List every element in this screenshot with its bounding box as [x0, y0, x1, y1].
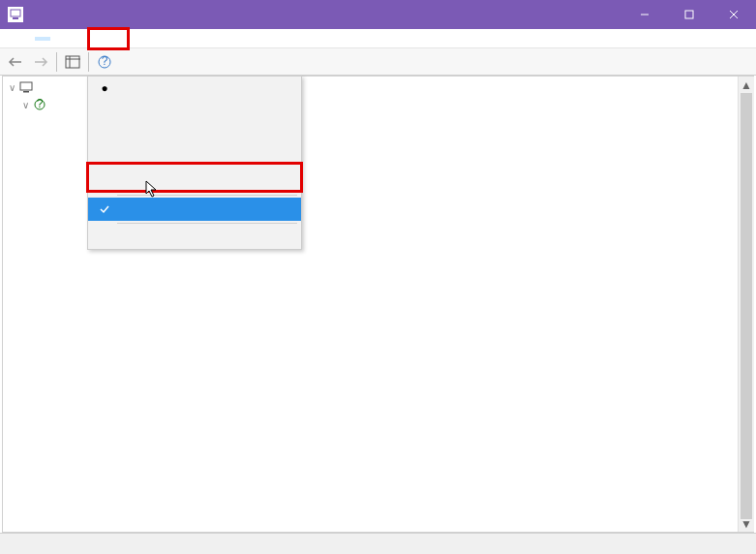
- vertical-scrollbar[interactable]: ▲ ▼: [738, 77, 754, 532]
- scroll-down-button[interactable]: ▼: [739, 515, 754, 532]
- svg-rect-12: [23, 91, 29, 93]
- menu-separator: [117, 195, 297, 196]
- computer-icon: [18, 79, 34, 95]
- svg-rect-0: [11, 10, 20, 16]
- menu-devices-by-connection[interactable]: [88, 100, 301, 123]
- svg-rect-11: [20, 82, 32, 90]
- check-icon: [94, 203, 115, 215]
- toolbar-separator: [56, 52, 57, 72]
- collapse-icon[interactable]: ∨: [5, 82, 18, 93]
- svg-text:?: ?: [37, 98, 44, 110]
- menu-separator: [117, 223, 297, 224]
- menu-help[interactable]: [50, 37, 66, 41]
- svg-rect-3: [685, 11, 693, 18]
- toolbar: ?: [0, 48, 756, 76]
- menu-devices-by-type[interactable]: ●: [88, 77, 301, 100]
- back-button[interactable]: [4, 51, 27, 73]
- show-hide-tree-button[interactable]: [61, 51, 84, 73]
- menu-action[interactable]: [19, 37, 35, 41]
- menu-show-hidden-devices[interactable]: [88, 198, 301, 221]
- svg-rect-6: [66, 56, 79, 68]
- menu-resources-by-connection[interactable]: [88, 169, 301, 193]
- view-dropdown: ●: [87, 76, 302, 250]
- menu-view[interactable]: [35, 37, 50, 41]
- toolbar-separator: [88, 52, 89, 72]
- menu-devices-by-container[interactable]: [88, 123, 301, 146]
- svg-text:?: ?: [102, 55, 108, 68]
- minimize-button[interactable]: [622, 0, 667, 29]
- other-devices-icon: ?: [32, 97, 47, 112]
- menubar: [0, 29, 756, 48]
- maximize-button[interactable]: [667, 0, 711, 29]
- menu-customize[interactable]: [88, 226, 301, 249]
- bullet-icon: ●: [94, 81, 115, 95]
- menu-file[interactable]: [4, 37, 19, 41]
- close-button[interactable]: [711, 0, 756, 29]
- menu-resources-by-type[interactable]: [88, 146, 301, 169]
- svg-rect-1: [13, 17, 18, 19]
- titlebar: [0, 0, 756, 29]
- scroll-thumb[interactable]: [741, 93, 752, 519]
- help-button[interactable]: ?: [93, 51, 116, 73]
- content-area: ∨ ∨ ? ▲ ▼ ●: [0, 76, 756, 533]
- statusbar: [0, 533, 756, 554]
- forward-button[interactable]: [29, 51, 52, 73]
- app-icon: [8, 7, 23, 22]
- collapse-icon[interactable]: ∨: [18, 100, 32, 110]
- scroll-up-button[interactable]: ▲: [739, 77, 754, 93]
